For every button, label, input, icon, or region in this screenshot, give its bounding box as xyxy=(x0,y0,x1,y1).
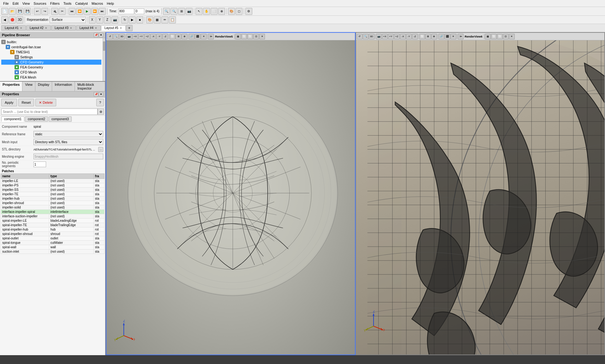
tree-item-tmesh[interactable]: ▼ TMESH1 xyxy=(1,50,101,55)
apply-button[interactable]: Apply xyxy=(1,99,17,106)
lv-close2-btn[interactable]: ✕ xyxy=(259,34,265,39)
ref-frame-select[interactable]: static rotating xyxy=(33,131,103,137)
tab-display[interactable]: Display xyxy=(35,82,52,91)
tree-item-file[interactable]: ▼ centrifugal-fan.tcae xyxy=(1,44,101,50)
tab-view[interactable]: View xyxy=(22,82,35,91)
menu-sources[interactable]: Sources xyxy=(32,1,48,6)
layout-tab-5-close[interactable]: ✕ xyxy=(120,26,122,30)
rv-xm-btn[interactable]: -X xyxy=(400,34,406,39)
table-row[interactable]: impeller-hub (not used) sta xyxy=(1,197,105,201)
comp-tab-3[interactable]: component3 xyxy=(49,116,72,122)
lv-maximize2-btn[interactable]: ⊡ xyxy=(253,34,259,39)
play-start-btn[interactable]: ⏮ xyxy=(69,8,75,15)
menu-catalyst[interactable]: Catalyst xyxy=(73,1,90,6)
repr-y-btn[interactable]: Y xyxy=(96,16,103,23)
save-btn[interactable]: 💾 xyxy=(16,8,23,15)
rv-split-h-btn[interactable]: ⬜ xyxy=(497,34,503,39)
connect-btn[interactable]: 🔌 xyxy=(51,8,58,15)
comp-tab-1[interactable]: component1 xyxy=(1,116,24,122)
table-row[interactable]: interface-suction-impeller (not used) st… xyxy=(1,214,105,219)
rv-outline-btn[interactable]: ⬜ xyxy=(419,34,425,39)
repr-stop-btn[interactable]: ■ xyxy=(136,16,143,23)
pipeline-close-btn[interactable]: ✕ xyxy=(99,33,103,37)
table-row[interactable]: suction-inlet (not used) sta xyxy=(1,250,105,254)
lv-more-btn[interactable]: ≫ xyxy=(208,34,214,39)
play-prev-btn[interactable]: ⏪ xyxy=(76,8,83,15)
rv-link-btn[interactable]: 🔗 xyxy=(439,34,444,39)
rv-z-btn[interactable]: +Z xyxy=(394,34,400,39)
rv-reset-btn[interactable]: ↺ xyxy=(357,34,362,39)
table-row[interactable]: spiral-impeller-TE bladeTrailingEdge rot xyxy=(1,223,105,227)
interact-btn[interactable]: ✋ xyxy=(203,8,210,15)
lv-grid-view-btn[interactable]: ▦ xyxy=(235,34,241,39)
lv-orient-btn[interactable]: ⊕ xyxy=(182,34,187,39)
repr-btn2[interactable]: 🔴 xyxy=(9,16,16,23)
tree-item-fea-mesh[interactable]: ■ FEA Mesh xyxy=(1,75,101,80)
lv-close-btn[interactable]: ✕ xyxy=(201,34,207,39)
stl-dir-browse[interactable]: ... xyxy=(98,147,103,152)
redo-btn[interactable]: ↪ xyxy=(41,8,48,15)
zoom-in-btn[interactable]: 🔍 xyxy=(163,8,170,15)
layout-tab-4-close[interactable]: ✕ xyxy=(95,26,97,30)
rv-zm-btn[interactable]: -Z xyxy=(412,34,418,39)
rv-maximize-btn[interactable]: ⬛ xyxy=(445,34,450,39)
rv-close2-btn[interactable]: ✕ xyxy=(509,34,515,39)
table-row[interactable]: impeller-PS (not used) sta xyxy=(1,183,105,188)
lv-cam-btn[interactable]: 📷 xyxy=(126,34,132,39)
layout-tab-3[interactable]: Layout #3 ✕ xyxy=(51,25,76,31)
play-next-btn[interactable]: ⏩ xyxy=(91,8,98,15)
pipeline-unpin-btn[interactable]: 📌 xyxy=(94,33,98,37)
layout-tab-1-close[interactable]: ✕ xyxy=(20,26,22,30)
open-btn[interactable]: 📂 xyxy=(9,8,16,15)
repr-color-btn[interactable]: 🎨 xyxy=(146,16,153,23)
opacity-btn[interactable]: ◻ xyxy=(236,8,243,15)
lv-y-btn[interactable]: +Y xyxy=(138,34,144,39)
rv-y-btn[interactable]: +Y xyxy=(388,34,394,39)
pipeline-scrollbar[interactable] xyxy=(103,38,105,81)
repr-play-btn[interactable]: ▶ xyxy=(129,16,136,23)
time-step-input[interactable] xyxy=(135,9,144,14)
table-row[interactable]: spiral-impeller-LE bladeLeadingEdge rot xyxy=(1,219,105,223)
repr-edit-btn[interactable]: ✏ xyxy=(161,16,168,23)
tree-item-cfd-mesh[interactable]: ■ CFD Mesh xyxy=(1,70,101,75)
tab-information[interactable]: Information xyxy=(52,82,75,91)
lv-3d-btn[interactable]: 3D xyxy=(119,34,125,39)
undo-btn[interactable]: ↩ xyxy=(34,8,41,15)
lv-split-v-btn[interactable]: ⬜ xyxy=(241,34,247,39)
lv-reset-btn[interactable]: ↺ xyxy=(107,34,113,39)
play-btn[interactable]: ▶ xyxy=(84,8,91,15)
repr-select[interactable]: Surface Wireframe Points Surface With Ed… xyxy=(50,17,86,23)
search-input[interactable] xyxy=(1,109,98,115)
menu-view[interactable]: View xyxy=(21,1,32,6)
search-clear-btn[interactable]: ⚙ xyxy=(98,109,104,115)
pipeline-scroll-thumb[interactable] xyxy=(103,41,105,51)
tree-item-settings[interactable]: ⚙ Settings xyxy=(1,55,101,60)
select-btn[interactable]: ↖ xyxy=(195,8,202,15)
table-row[interactable]: spiral-outlet outlet sta xyxy=(1,236,105,241)
play-end-btn[interactable]: ⏭ xyxy=(99,8,106,15)
lv-zoom-btn[interactable]: 🔍 xyxy=(113,34,119,39)
lv-x-btn[interactable]: +X xyxy=(132,34,138,39)
pick-btn[interactable]: ⊕ xyxy=(218,8,225,15)
periodic-segs-input[interactable] xyxy=(33,161,46,167)
layout-tab-2-close[interactable]: ✕ xyxy=(45,26,47,30)
table-row[interactable]: impeller-TE (not used) sta xyxy=(1,192,105,197)
repr-bar-btn[interactable]: ▦ xyxy=(154,16,161,23)
meshing-engine-input[interactable] xyxy=(33,154,103,159)
reset-button[interactable]: Reset xyxy=(18,99,34,106)
box-btn[interactable]: ⬜ xyxy=(211,8,218,15)
layout-tab-4[interactable]: Layout #4 ✕ xyxy=(76,25,101,31)
zoom-out-btn[interactable]: 🔍 xyxy=(171,8,177,15)
layout-tab-1[interactable]: Layout #1 ✕ xyxy=(1,25,26,31)
save-as-btn[interactable]: 💾 xyxy=(24,8,31,15)
table-row[interactable]: impeller-shroud (not used) sta xyxy=(1,201,105,205)
lv-link-btn[interactable]: 🔗 xyxy=(189,34,195,39)
table-row[interactable]: spiral-impeller-shroud shroud rot xyxy=(1,232,105,236)
table-row[interactable]: spiral-impeller-hub hub rot xyxy=(1,227,105,232)
repr-btn1[interactable]: ◀ xyxy=(1,16,8,23)
cam-btn[interactable]: 📷 xyxy=(186,8,193,15)
menu-edit[interactable]: Edit xyxy=(11,1,21,6)
rv-cam-btn[interactable]: 📷 xyxy=(376,34,382,39)
repr-x-btn[interactable]: X xyxy=(89,16,96,23)
lv-split-h-btn[interactable]: ⬜ xyxy=(247,34,253,39)
